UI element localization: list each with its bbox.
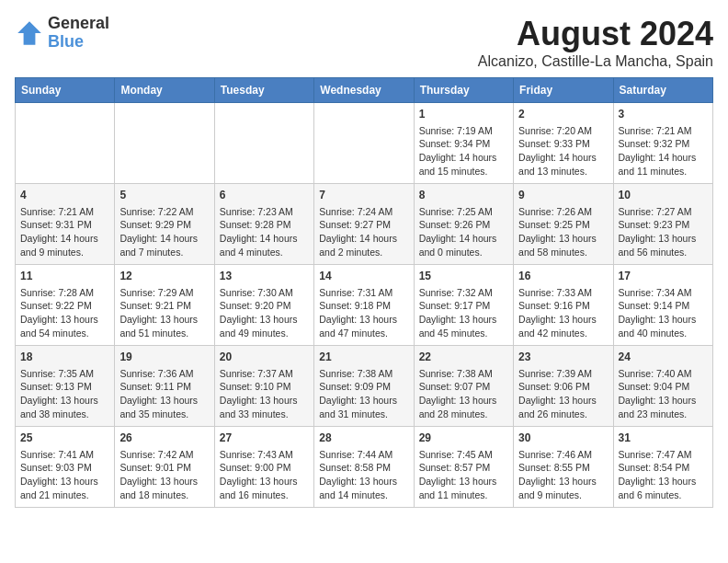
header-day-thursday: Thursday: [414, 78, 513, 103]
day-info: Sunset: 9:26 PM: [419, 218, 508, 232]
calendar-cell: 25Sunrise: 7:41 AMSunset: 9:03 PMDayligh…: [16, 427, 115, 508]
day-info: Daylight: 13 hours: [220, 394, 309, 408]
day-info: Sunset: 9:23 PM: [619, 218, 708, 232]
day-info: Sunset: 9:32 PM: [619, 137, 708, 151]
calendar-cell: 2Sunrise: 7:20 AMSunset: 9:33 PMDaylight…: [514, 103, 613, 184]
day-info: Sunrise: 7:32 AM: [419, 286, 508, 300]
day-info: Daylight: 14 hours: [119, 232, 209, 246]
day-info: Sunrise: 7:20 AM: [518, 124, 608, 138]
main-title: August 2024: [478, 15, 713, 53]
day-info: Sunset: 9:21 PM: [119, 299, 209, 313]
day-info: Daylight: 13 hours: [518, 313, 608, 327]
day-info: Daylight: 13 hours: [518, 475, 608, 488]
day-info: Daylight: 13 hours: [419, 475, 508, 488]
day-info: Daylight: 13 hours: [619, 475, 708, 488]
day-info: Sunrise: 7:40 AM: [619, 367, 708, 381]
day-info: Sunrise: 7:39 AM: [518, 367, 608, 381]
day-info: Sunset: 9:14 PM: [619, 299, 708, 313]
logo-text: General Blue: [48, 15, 109, 52]
day-info: Daylight: 13 hours: [619, 394, 708, 408]
day-number: 22: [419, 350, 508, 365]
day-info: Sunrise: 7:29 AM: [119, 286, 209, 300]
day-info: Daylight: 13 hours: [20, 475, 109, 488]
day-info: Daylight: 13 hours: [319, 394, 408, 408]
day-info: Sunrise: 7:31 AM: [319, 286, 408, 300]
page-header: General Blue August 2024 Alcanizo, Casti…: [15, 15, 713, 70]
day-info: Sunset: 9:06 PM: [518, 380, 608, 394]
calendar-cell: 11Sunrise: 7:28 AMSunset: 9:22 PMDayligh…: [16, 265, 115, 346]
day-info: Sunrise: 7:38 AM: [419, 367, 508, 381]
day-number: 18: [20, 350, 109, 365]
day-info: Sunrise: 7:34 AM: [619, 286, 708, 300]
day-info: Sunset: 9:11 PM: [119, 380, 209, 394]
header-day-saturday: Saturday: [613, 78, 712, 103]
logo: General Blue: [15, 15, 109, 52]
day-info: Sunrise: 7:43 AM: [220, 448, 309, 462]
day-info: Sunrise: 7:21 AM: [20, 205, 109, 219]
day-number: 11: [20, 269, 109, 284]
calendar-cell: [314, 103, 414, 184]
day-info: and 49 minutes.: [220, 327, 309, 340]
day-info: Sunset: 9:09 PM: [319, 380, 408, 394]
day-info: and 54 minutes.: [20, 327, 109, 340]
day-number: 28: [319, 431, 408, 446]
day-info: Daylight: 14 hours: [619, 151, 708, 165]
day-number: 6: [220, 188, 309, 203]
day-number: 13: [220, 269, 309, 284]
calendar-cell: 31Sunrise: 7:47 AMSunset: 8:54 PMDayligh…: [613, 427, 712, 508]
svg-marker-0: [17, 21, 41, 45]
calendar-cell: 4Sunrise: 7:21 AMSunset: 9:31 PMDaylight…: [16, 184, 115, 265]
day-info: Sunset: 9:18 PM: [319, 299, 408, 313]
day-number: 19: [119, 350, 209, 365]
day-info: Daylight: 14 hours: [20, 232, 109, 246]
day-number: 8: [419, 188, 508, 203]
day-number: 14: [319, 269, 408, 284]
day-number: 31: [619, 431, 708, 446]
day-info: Daylight: 13 hours: [119, 394, 209, 408]
calendar-cell: 27Sunrise: 7:43 AMSunset: 9:00 PMDayligh…: [214, 427, 313, 508]
day-number: 21: [319, 350, 408, 365]
day-info: and 35 minutes.: [119, 408, 209, 421]
header-day-wednesday: Wednesday: [314, 78, 414, 103]
day-info: and 11 minutes.: [619, 165, 708, 178]
day-info: Sunset: 9:25 PM: [518, 218, 608, 232]
day-info: and 28 minutes.: [419, 408, 508, 421]
day-info: Daylight: 13 hours: [220, 475, 309, 488]
day-info: and 9 minutes.: [20, 246, 109, 259]
day-info: Sunrise: 7:21 AM: [619, 124, 708, 138]
logo-general-text: General: [48, 15, 109, 33]
calendar-cell: 15Sunrise: 7:32 AMSunset: 9:17 PMDayligh…: [414, 265, 513, 346]
day-info: Daylight: 13 hours: [220, 313, 309, 327]
day-info: Sunset: 9:27 PM: [319, 218, 408, 232]
day-info: Daylight: 13 hours: [119, 475, 209, 488]
day-info: and 4 minutes.: [220, 246, 309, 259]
day-number: 10: [619, 188, 708, 203]
day-number: 29: [419, 431, 508, 446]
day-info: Sunset: 9:00 PM: [220, 461, 309, 475]
day-info: Sunset: 9:03 PM: [20, 461, 109, 475]
day-info: Sunset: 9:04 PM: [619, 380, 708, 394]
day-number: 4: [20, 188, 109, 203]
day-info: and 18 minutes.: [119, 488, 209, 502]
day-info: Sunset: 9:01 PM: [119, 461, 209, 475]
day-info: and 56 minutes.: [619, 246, 708, 259]
day-info: Sunset: 9:28 PM: [220, 218, 309, 232]
day-info: Sunrise: 7:24 AM: [319, 205, 408, 219]
day-info: Daylight: 14 hours: [220, 232, 309, 246]
day-info: Daylight: 13 hours: [319, 475, 408, 488]
day-info: Daylight: 13 hours: [518, 232, 608, 246]
calendar-week-1: 4Sunrise: 7:21 AMSunset: 9:31 PMDaylight…: [16, 184, 713, 265]
day-number: 2: [518, 107, 608, 122]
day-info: Sunset: 9:29 PM: [119, 218, 209, 232]
calendar-cell: 24Sunrise: 7:40 AMSunset: 9:04 PMDayligh…: [613, 346, 712, 427]
calendar-cell: [16, 103, 115, 184]
calendar-week-0: 1Sunrise: 7:19 AMSunset: 9:34 PMDaylight…: [16, 103, 713, 184]
header-row: SundayMondayTuesdayWednesdayThursdayFrid…: [16, 78, 713, 103]
day-info: and 15 minutes.: [419, 165, 508, 178]
day-info: and 47 minutes.: [319, 327, 408, 340]
day-info: Daylight: 14 hours: [419, 232, 508, 246]
calendar-cell: 18Sunrise: 7:35 AMSunset: 9:13 PMDayligh…: [16, 346, 115, 427]
day-info: and 14 minutes.: [319, 488, 408, 502]
day-info: Sunset: 8:58 PM: [319, 461, 408, 475]
day-info: and 21 minutes.: [20, 488, 109, 502]
